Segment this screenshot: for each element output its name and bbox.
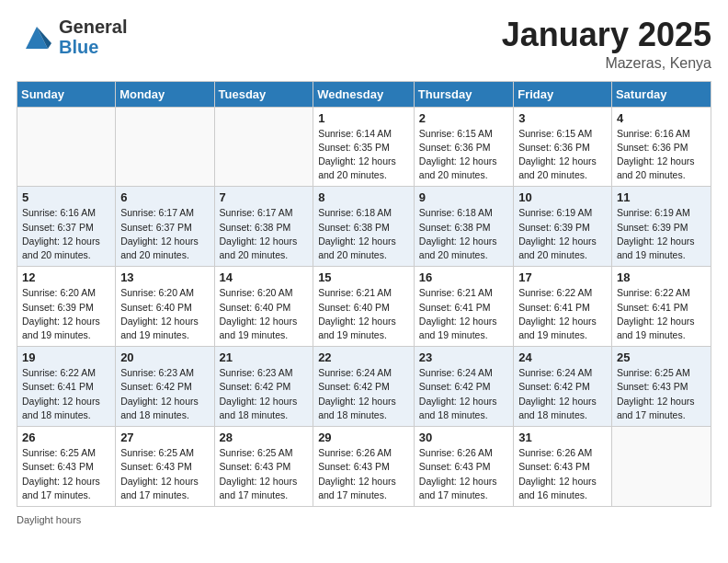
info-line: Sunset: 6:39 PM (617, 222, 688, 233)
logo-blue: Blue (59, 37, 98, 57)
day-number: 31 (518, 431, 607, 444)
info-line: Sunset: 6:39 PM (22, 302, 94, 313)
col-header-tuesday: Tuesday (214, 81, 313, 107)
table-row: 28Sunrise: 6:25 AMSunset: 6:43 PMDayligh… (214, 427, 313, 507)
day-number: 23 (419, 350, 508, 364)
day-number: 20 (120, 350, 209, 364)
info-line: Daylight: 12 hours and 18 minutes. (120, 396, 199, 420)
info-line: Sunset: 6:40 PM (318, 302, 390, 313)
day-info: Sunrise: 6:19 AMSunset: 6:39 PMDaylight:… (617, 206, 706, 262)
info-line: Daylight: 12 hours and 20 minutes. (518, 155, 597, 180)
info-line: Sunrise: 6:25 AM (220, 447, 293, 458)
table-row: 16Sunrise: 6:21 AMSunset: 6:41 PMDayligh… (414, 267, 513, 347)
day-info: Sunrise: 6:20 AMSunset: 6:40 PMDaylight:… (220, 286, 309, 342)
table-row: 3Sunrise: 6:15 AMSunset: 6:36 PMDaylight… (514, 107, 612, 187)
info-line: Sunrise: 6:17 AM (220, 207, 293, 218)
info-line: Daylight: 12 hours and 20 minutes. (22, 236, 100, 260)
info-line: Sunrise: 6:20 AM (220, 287, 293, 298)
table-row: 1Sunrise: 6:14 AMSunset: 6:35 PMDaylight… (313, 107, 415, 187)
day-number: 14 (220, 270, 309, 284)
info-line: Sunset: 6:42 PM (318, 381, 390, 392)
day-info: Sunrise: 6:22 AMSunset: 6:41 PMDaylight:… (518, 286, 607, 342)
info-line: Sunset: 6:42 PM (120, 381, 192, 392)
day-number: 19 (22, 350, 110, 364)
day-number: 21 (220, 350, 309, 364)
day-info: Sunrise: 6:16 AMSunset: 6:37 PMDaylight:… (22, 206, 110, 262)
day-number: 6 (120, 190, 209, 204)
info-line: Daylight: 12 hours and 19 minutes. (318, 316, 396, 340)
day-info: Sunrise: 6:25 AMSunset: 6:43 PMDaylight:… (617, 366, 706, 422)
table-row: 31Sunrise: 6:26 AMSunset: 6:43 PMDayligh… (514, 427, 612, 507)
info-line: Sunrise: 6:21 AM (318, 287, 392, 298)
page: General Blue January 2025 Mazeras, Kenya… (0, 0, 728, 563)
table-row: 2Sunrise: 6:15 AMSunset: 6:36 PMDaylight… (414, 107, 513, 187)
day-number: 10 (518, 190, 607, 204)
table-row: 6Sunrise: 6:17 AMSunset: 6:37 PMDaylight… (116, 187, 214, 267)
calendar-week-row: 1Sunrise: 6:14 AMSunset: 6:35 PMDaylight… (17, 107, 711, 187)
day-info: Sunrise: 6:24 AMSunset: 6:42 PMDaylight:… (419, 366, 508, 422)
table-row: 8Sunrise: 6:18 AMSunset: 6:38 PMDaylight… (313, 187, 415, 267)
info-line: Daylight: 12 hours and 20 minutes. (220, 236, 298, 260)
info-line: Daylight: 12 hours and 19 minutes. (22, 316, 100, 340)
info-line: Sunset: 6:38 PM (318, 222, 390, 233)
day-number: 30 (419, 431, 508, 444)
footer: Daylight hours (17, 514, 711, 525)
day-number: 3 (518, 111, 607, 125)
col-header-thursday: Thursday (414, 81, 513, 107)
info-line: Daylight: 12 hours and 17 minutes. (120, 476, 199, 500)
calendar-week-row: 5Sunrise: 6:16 AMSunset: 6:37 PMDaylight… (17, 187, 711, 267)
table-row (611, 427, 711, 507)
info-line: Daylight: 12 hours and 18 minutes. (419, 396, 497, 420)
day-info: Sunrise: 6:22 AMSunset: 6:41 PMDaylight:… (22, 366, 110, 422)
day-info: Sunrise: 6:16 AMSunset: 6:36 PMDaylight:… (617, 127, 706, 183)
day-info: Sunrise: 6:25 AMSunset: 6:43 PMDaylight:… (120, 446, 209, 502)
info-line: Sunrise: 6:20 AM (22, 287, 96, 298)
calendar-week-row: 19Sunrise: 6:22 AMSunset: 6:41 PMDayligh… (17, 347, 711, 427)
info-line: Sunset: 6:36 PM (518, 142, 590, 153)
day-number: 25 (617, 350, 706, 364)
calendar-week-row: 12Sunrise: 6:20 AMSunset: 6:39 PMDayligh… (17, 267, 711, 347)
table-row: 17Sunrise: 6:22 AMSunset: 6:41 PMDayligh… (514, 267, 612, 347)
table-row: 26Sunrise: 6:25 AMSunset: 6:43 PMDayligh… (17, 427, 116, 507)
calendar-header-row: SundayMondayTuesdayWednesdayThursdayFrid… (17, 81, 711, 107)
info-line: Sunset: 6:43 PM (22, 461, 94, 472)
calendar-week-row: 26Sunrise: 6:25 AMSunset: 6:43 PMDayligh… (17, 427, 711, 507)
info-line: Daylight: 12 hours and 20 minutes. (419, 155, 497, 180)
info-line: Sunrise: 6:22 AM (518, 287, 592, 298)
logo-general: General (59, 17, 127, 37)
info-line: Daylight: 12 hours and 17 minutes. (419, 476, 497, 500)
info-line: Sunrise: 6:23 AM (220, 367, 293, 378)
info-line: Sunrise: 6:15 AM (419, 128, 493, 139)
info-line: Daylight: 12 hours and 17 minutes. (617, 396, 695, 420)
info-line: Sunset: 6:43 PM (318, 461, 390, 472)
table-row: 10Sunrise: 6:19 AMSunset: 6:39 PMDayligh… (514, 187, 612, 267)
day-info: Sunrise: 6:21 AMSunset: 6:40 PMDaylight:… (318, 286, 409, 342)
info-line: Sunset: 6:43 PM (220, 461, 291, 472)
info-line: Sunrise: 6:25 AM (617, 367, 690, 378)
day-number: 28 (220, 431, 309, 444)
info-line: Sunset: 6:42 PM (220, 381, 291, 392)
table-row: 9Sunrise: 6:18 AMSunset: 6:38 PMDaylight… (414, 187, 513, 267)
info-line: Sunset: 6:43 PM (518, 461, 590, 472)
info-line: Sunrise: 6:15 AM (518, 128, 592, 139)
day-info: Sunrise: 6:25 AMSunset: 6:43 PMDaylight:… (220, 446, 309, 502)
table-row: 14Sunrise: 6:20 AMSunset: 6:40 PMDayligh… (214, 267, 313, 347)
day-info: Sunrise: 6:25 AMSunset: 6:43 PMDaylight:… (22, 446, 110, 502)
table-row: 21Sunrise: 6:23 AMSunset: 6:42 PMDayligh… (214, 347, 313, 427)
day-info: Sunrise: 6:26 AMSunset: 6:43 PMDaylight:… (518, 446, 607, 502)
info-line: Daylight: 12 hours and 19 minutes. (518, 316, 597, 340)
day-number: 12 (22, 270, 110, 284)
day-info: Sunrise: 6:18 AMSunset: 6:38 PMDaylight:… (318, 206, 409, 262)
day-number: 26 (22, 431, 110, 444)
table-row (116, 107, 214, 187)
calendar-table: SundayMondayTuesdayWednesdayThursdayFrid… (17, 81, 711, 507)
info-line: Sunrise: 6:22 AM (22, 367, 96, 378)
info-line: Sunset: 6:41 PM (419, 302, 491, 313)
info-line: Sunrise: 6:18 AM (318, 207, 392, 218)
info-line: Sunrise: 6:22 AM (617, 287, 690, 298)
table-row: 24Sunrise: 6:24 AMSunset: 6:42 PMDayligh… (514, 347, 612, 427)
info-line: Daylight: 12 hours and 19 minutes. (419, 316, 497, 340)
day-info: Sunrise: 6:15 AMSunset: 6:36 PMDaylight:… (419, 127, 508, 183)
info-line: Daylight: 12 hours and 18 minutes. (318, 396, 396, 420)
day-number: 7 (220, 190, 309, 204)
